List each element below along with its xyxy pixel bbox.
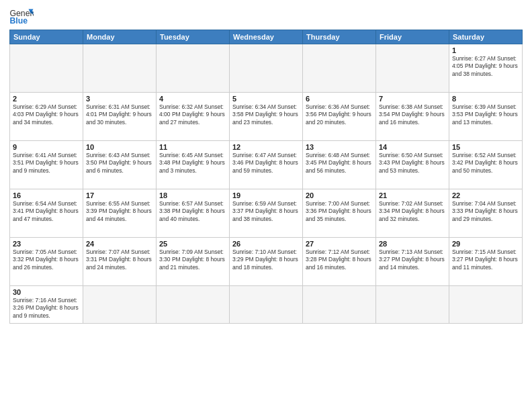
day-number: 19 <box>232 191 300 199</box>
day-info: Sunrise: 6:34 AM Sunset: 3:58 PM Dayligh… <box>232 103 300 126</box>
day-info: Sunrise: 6:48 AM Sunset: 3:45 PM Dayligh… <box>306 152 373 175</box>
calendar-cell: 29Sunrise: 7:15 AM Sunset: 3:27 PM Dayli… <box>449 238 523 286</box>
col-header-monday: Monday <box>83 30 157 44</box>
day-info: Sunrise: 6:27 AM Sunset: 4:05 PM Dayligh… <box>452 55 519 78</box>
day-number: 25 <box>159 240 226 248</box>
day-number: 6 <box>306 95 373 103</box>
calendar-cell <box>376 286 449 324</box>
calendar-cell <box>230 44 303 93</box>
day-number: 15 <box>452 143 519 151</box>
logo: General Blue <box>9 7 34 26</box>
day-number: 18 <box>159 191 226 199</box>
calendar-cell <box>157 44 230 93</box>
calendar-cell <box>83 286 157 324</box>
day-info: Sunrise: 6:31 AM Sunset: 4:01 PM Dayligh… <box>86 103 153 126</box>
day-number: 4 <box>159 95 226 103</box>
day-info: Sunrise: 6:41 AM Sunset: 3:51 PM Dayligh… <box>13 152 80 175</box>
day-number: 26 <box>232 240 300 248</box>
calendar-cell <box>157 286 230 324</box>
calendar-cell: 6Sunrise: 6:36 AM Sunset: 3:56 PM Daylig… <box>303 93 376 141</box>
header: General Blue <box>9 7 523 26</box>
day-info: Sunrise: 6:39 AM Sunset: 3:53 PM Dayligh… <box>452 103 519 126</box>
svg-text:Blue: Blue <box>10 16 28 26</box>
calendar-cell: 23Sunrise: 7:05 AM Sunset: 3:32 PM Dayli… <box>10 238 83 286</box>
calendar-cell: 11Sunrise: 6:45 AM Sunset: 3:48 PM Dayli… <box>157 141 230 189</box>
calendar-cell: 5Sunrise: 6:34 AM Sunset: 3:58 PM Daylig… <box>230 93 303 141</box>
calendar-cell: 3Sunrise: 6:31 AM Sunset: 4:01 PM Daylig… <box>83 93 157 141</box>
calendar-cell <box>376 44 449 93</box>
calendar-cell: 1Sunrise: 6:27 AM Sunset: 4:05 PM Daylig… <box>449 44 523 93</box>
col-header-thursday: Thursday <box>303 30 376 44</box>
calendar-cell: 7Sunrise: 6:38 AM Sunset: 3:54 PM Daylig… <box>376 93 449 141</box>
day-info: Sunrise: 7:07 AM Sunset: 3:31 PM Dayligh… <box>86 248 153 271</box>
day-number: 9 <box>13 143 80 151</box>
day-number: 17 <box>86 191 153 199</box>
day-number: 28 <box>379 240 446 248</box>
calendar-cell <box>83 44 157 93</box>
calendar-cell: 12Sunrise: 6:47 AM Sunset: 3:46 PM Dayli… <box>230 141 303 189</box>
day-number: 7 <box>379 95 446 103</box>
col-header-wednesday: Wednesday <box>230 30 303 44</box>
day-number: 23 <box>13 240 80 248</box>
calendar-cell: 30Sunrise: 7:16 AM Sunset: 3:26 PM Dayli… <box>10 286 83 324</box>
col-header-sunday: Sunday <box>10 30 83 44</box>
day-info: Sunrise: 6:57 AM Sunset: 3:38 PM Dayligh… <box>159 200 226 223</box>
calendar-cell <box>449 286 523 324</box>
calendar-cell: 15Sunrise: 6:52 AM Sunset: 3:42 PM Dayli… <box>449 141 523 189</box>
calendar-cell: 14Sunrise: 6:50 AM Sunset: 3:43 PM Dayli… <box>376 141 449 189</box>
calendar-cell: 10Sunrise: 6:43 AM Sunset: 3:50 PM Dayli… <box>83 141 157 189</box>
day-info: Sunrise: 6:38 AM Sunset: 3:54 PM Dayligh… <box>379 103 446 126</box>
day-number: 20 <box>306 191 373 199</box>
calendar-cell: 2Sunrise: 6:29 AM Sunset: 4:03 PM Daylig… <box>10 93 83 141</box>
day-number: 24 <box>86 240 153 248</box>
day-number: 10 <box>86 143 153 151</box>
day-info: Sunrise: 6:55 AM Sunset: 3:39 PM Dayligh… <box>86 200 153 223</box>
day-info: Sunrise: 6:29 AM Sunset: 4:03 PM Dayligh… <box>13 103 80 126</box>
day-info: Sunrise: 6:45 AM Sunset: 3:48 PM Dayligh… <box>159 152 226 175</box>
day-info: Sunrise: 7:10 AM Sunset: 3:29 PM Dayligh… <box>232 248 300 271</box>
day-info: Sunrise: 7:05 AM Sunset: 3:32 PM Dayligh… <box>13 248 80 271</box>
calendar-cell: 28Sunrise: 7:13 AM Sunset: 3:27 PM Dayli… <box>376 238 449 286</box>
day-info: Sunrise: 7:04 AM Sunset: 3:33 PM Dayligh… <box>452 200 519 223</box>
calendar-cell <box>230 286 303 324</box>
col-header-friday: Friday <box>376 30 449 44</box>
calendar-cell: 26Sunrise: 7:10 AM Sunset: 3:29 PM Dayli… <box>230 238 303 286</box>
calendar-cell: 18Sunrise: 6:57 AM Sunset: 3:38 PM Dayli… <box>157 189 230 238</box>
day-number: 1 <box>452 46 519 54</box>
day-info: Sunrise: 6:50 AM Sunset: 3:43 PM Dayligh… <box>379 152 446 175</box>
calendar-cell: 20Sunrise: 7:00 AM Sunset: 3:36 PM Dayli… <box>303 189 376 238</box>
calendar-cell: 19Sunrise: 6:59 AM Sunset: 3:37 PM Dayli… <box>230 189 303 238</box>
calendar-cell: 4Sunrise: 6:32 AM Sunset: 4:00 PM Daylig… <box>157 93 230 141</box>
calendar-cell: 13Sunrise: 6:48 AM Sunset: 3:45 PM Dayli… <box>303 141 376 189</box>
day-info: Sunrise: 6:43 AM Sunset: 3:50 PM Dayligh… <box>86 152 153 175</box>
day-info: Sunrise: 7:15 AM Sunset: 3:27 PM Dayligh… <box>452 248 519 271</box>
day-number: 3 <box>86 95 153 103</box>
calendar-cell: 25Sunrise: 7:09 AM Sunset: 3:30 PM Dayli… <box>157 238 230 286</box>
day-info: Sunrise: 6:59 AM Sunset: 3:37 PM Dayligh… <box>232 200 300 223</box>
calendar: SundayMondayTuesdayWednesdayThursdayFrid… <box>9 30 523 324</box>
calendar-cell: 27Sunrise: 7:12 AM Sunset: 3:28 PM Dayli… <box>303 238 376 286</box>
calendar-cell: 21Sunrise: 7:02 AM Sunset: 3:34 PM Dayli… <box>376 189 449 238</box>
page: General Blue SundayMondayTuesdayWednesda… <box>0 0 532 411</box>
day-info: Sunrise: 6:47 AM Sunset: 3:46 PM Dayligh… <box>232 152 300 175</box>
day-info: Sunrise: 7:13 AM Sunset: 3:27 PM Dayligh… <box>379 248 446 271</box>
day-info: Sunrise: 6:36 AM Sunset: 3:56 PM Dayligh… <box>306 103 373 126</box>
calendar-cell: 17Sunrise: 6:55 AM Sunset: 3:39 PM Dayli… <box>83 189 157 238</box>
calendar-cell: 22Sunrise: 7:04 AM Sunset: 3:33 PM Dayli… <box>449 189 523 238</box>
col-header-tuesday: Tuesday <box>157 30 230 44</box>
calendar-cell: 16Sunrise: 6:54 AM Sunset: 3:41 PM Dayli… <box>10 189 83 238</box>
day-number: 30 <box>13 288 80 296</box>
day-number: 2 <box>13 95 80 103</box>
calendar-cell: 24Sunrise: 7:07 AM Sunset: 3:31 PM Dayli… <box>83 238 157 286</box>
calendar-cell <box>10 44 83 93</box>
day-info: Sunrise: 7:02 AM Sunset: 3:34 PM Dayligh… <box>379 200 446 223</box>
day-info: Sunrise: 7:09 AM Sunset: 3:30 PM Dayligh… <box>159 248 226 271</box>
day-info: Sunrise: 7:16 AM Sunset: 3:26 PM Dayligh… <box>13 297 80 320</box>
day-info: Sunrise: 7:12 AM Sunset: 3:28 PM Dayligh… <box>306 248 373 271</box>
day-number: 14 <box>379 143 446 151</box>
day-info: Sunrise: 6:32 AM Sunset: 4:00 PM Dayligh… <box>159 103 226 126</box>
day-info: Sunrise: 6:54 AM Sunset: 3:41 PM Dayligh… <box>13 200 80 223</box>
col-header-saturday: Saturday <box>449 30 523 44</box>
day-number: 11 <box>159 143 226 151</box>
day-number: 22 <box>452 191 519 199</box>
